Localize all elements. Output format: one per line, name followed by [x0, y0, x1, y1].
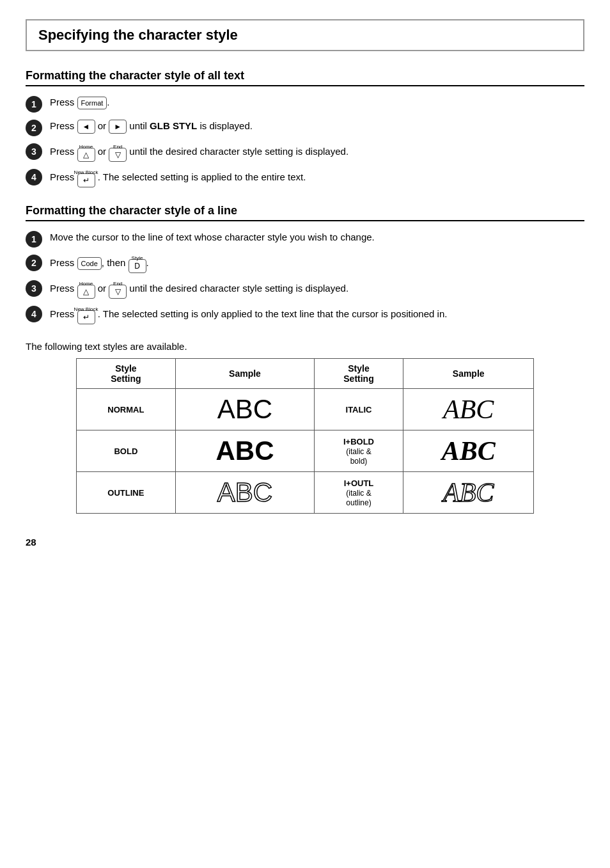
step-num-1: 1 [26, 96, 42, 113]
end-down-key: End ▽ [109, 148, 127, 162]
s2-step-num-1: 1 [26, 231, 42, 248]
col-header-sample1: Sample [176, 359, 315, 389]
style-table: StyleSetting Sample StyleSetting Sample … [76, 358, 535, 514]
s2-step4-content: Press New Block ↵ . The selected setting… [50, 305, 584, 324]
table-row: NORMAL ABC ITALIC ABC [76, 389, 534, 430]
section1-step4: 4 Press New Block ↵ . The selected setti… [26, 168, 584, 187]
left-arrow-key: ◄ [77, 120, 95, 134]
sample-normal: ABC [176, 389, 315, 430]
col-header-style1: StyleSetting [76, 359, 175, 389]
s2-step-num-2: 2 [26, 255, 42, 271]
step-num-2: 2 [26, 120, 42, 136]
style-outline-label: OUTLINE [76, 472, 175, 514]
s2-step2-content: Press Code, then Style D . [50, 254, 584, 273]
step4-content: Press New Block ↵ . The selected setting… [50, 168, 584, 187]
s2-step-num-4: 4 [26, 306, 42, 322]
end-label: End [113, 143, 122, 151]
home-label: Home [79, 143, 93, 151]
step3-content: Press Home △ or End ▽ until the desired … [50, 143, 584, 162]
format-key: Format [77, 97, 107, 110]
style-d-key: Style D [129, 259, 146, 273]
home-up-key: Home △ [77, 148, 95, 162]
col-header-style2: StyleSetting [314, 359, 403, 389]
sample-outline: ABC [176, 472, 315, 514]
col-header-sample2: Sample [403, 359, 534, 389]
section2-steps: 1 Move the cursor to the line of text wh… [26, 230, 584, 324]
section2-step3: 3 Press Home △ or End ▽ until the desire… [26, 280, 584, 299]
s2-step3-content: Press Home △ or End ▽ until the desired … [50, 280, 584, 299]
section2-step2: 2 Press Code, then Style D . [26, 254, 584, 273]
sample-italic: ABC [403, 389, 534, 430]
style-ibold-label: I+BOLD(italic &bold) [314, 430, 403, 472]
section1-step3: 3 Press Home △ or End ▽ until the desire… [26, 143, 584, 162]
section2-heading: Formatting the character style of a line [26, 204, 584, 221]
section1-steps: 1 Press Format. 2 Press ◄ or ► until GLB… [26, 95, 584, 187]
style-normal-label: NORMAL [76, 389, 175, 430]
s2-step-num-3: 3 [26, 280, 42, 297]
style-italic-label: ITALIC [314, 389, 403, 430]
sample-ibold: ABC [403, 430, 534, 472]
table-intro: The following text styles are available. [26, 341, 584, 352]
s2-newblock-label: New Block [74, 306, 98, 313]
step1-content: Press Format. [50, 95, 584, 110]
section1-heading: Formatting the character style of all te… [26, 69, 584, 86]
style-label: Style [132, 255, 143, 262]
s2-end-label: End [113, 280, 122, 288]
step-num-3: 3 [26, 143, 42, 160]
sample-ioutl: ABC [403, 472, 534, 514]
table-row: BOLD ABC I+BOLD(italic &bold) ABC [76, 430, 534, 472]
section-line-text: Formatting the character style of a line… [26, 204, 584, 324]
section-all-text: Formatting the character style of all te… [26, 69, 584, 187]
s2-step1-content: Move the cursor to the line of text whos… [50, 230, 584, 245]
s2-home-up-key: Home △ [77, 285, 95, 299]
page-title-box: Specifying the character style [26, 19, 584, 51]
s2-newblock-enter-key: New Block ↵ [77, 310, 95, 324]
newblock-enter-key: New Block ↵ [77, 173, 95, 187]
section2-step1: 1 Move the cursor to the line of text wh… [26, 230, 584, 248]
step-num-4: 4 [26, 169, 42, 185]
style-ioutl-label: I+OUTL(italic &outline) [314, 472, 403, 514]
sample-bold: ABC [176, 430, 315, 472]
section2-step4: 4 Press New Block ↵ . The selected setti… [26, 305, 584, 324]
section1-step1: 1 Press Format. [26, 95, 584, 113]
s2-home-label: Home [79, 280, 93, 288]
code-key: Code [77, 257, 102, 271]
page-title: Specifying the character style [38, 27, 572, 43]
table-row: OUTLINE ABC I+OUTL(italic &outline) ABC [76, 472, 534, 514]
right-arrow-key: ► [109, 120, 127, 134]
step2-content: Press ◄ or ► until GLB STYL is displayed… [50, 119, 584, 134]
section1-step2: 2 Press ◄ or ► until GLB STYL is display… [26, 119, 584, 136]
page-number: 28 [26, 537, 584, 548]
newblock-label: New Block [74, 169, 98, 177]
s2-end-down-key: End ▽ [109, 285, 127, 299]
style-bold-label: BOLD [76, 430, 175, 472]
